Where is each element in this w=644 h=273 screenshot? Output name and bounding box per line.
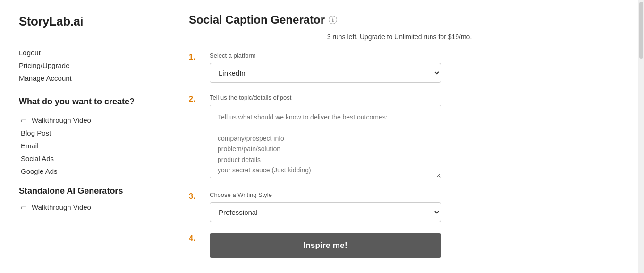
sidebar-item-social-ads[interactable]: Social Ads: [21, 152, 136, 165]
scrollbar-thumb[interactable]: [639, 2, 643, 59]
step-3-number: 3.: [189, 191, 200, 201]
scrollbar-track: [638, 0, 644, 273]
nav-links: Logout Pricing/Upgrade Manage Account: [19, 48, 136, 83]
step-2-field: Tell us the topic/details of post: [210, 94, 610, 180]
step-1-section: 1. Select a platform LinkedIn Twitter Fa…: [189, 52, 610, 83]
page-title: Social Caption Generator: [189, 13, 325, 26]
platform-select[interactable]: LinkedIn Twitter Facebook Instagram TikT…: [210, 63, 441, 83]
standalone-heading: Standalone AI Generators: [19, 186, 136, 196]
topic-label: Tell us the topic/details of post: [210, 94, 610, 101]
platform-label: Select a platform: [210, 52, 610, 59]
sidebar-item-standalone-walkthrough[interactable]: ▭ Walkthrough Video: [21, 201, 136, 213]
step-4-number: 4.: [189, 233, 200, 243]
sidebar-item-blog-post[interactable]: Blog Post: [21, 127, 136, 139]
step-3-field: Choose a Writing Style Professional Casu…: [210, 191, 610, 222]
step-4-field: Inspire me!: [210, 233, 610, 258]
writing-style-label: Choose a Writing Style: [210, 191, 610, 198]
info-icon[interactable]: ℹ: [329, 16, 337, 24]
video-icon: ▭: [21, 117, 27, 124]
step-1-number: 1.: [189, 52, 200, 61]
title-row: Social Caption Generator ℹ: [189, 13, 610, 26]
sidebar-item-walkthrough-label: Walkthrough Video: [32, 116, 91, 124]
step-1-field: Select a platform LinkedIn Twitter Faceb…: [210, 52, 610, 83]
sidebar-item-google-ads[interactable]: Google Ads: [21, 165, 136, 178]
topic-textarea[interactable]: [210, 105, 441, 178]
sidebar-item-walkthrough-video[interactable]: ▭ Walkthrough Video: [21, 114, 136, 127]
sidebar-item-logout[interactable]: Logout: [19, 48, 136, 58]
logo: StoryLab.ai: [19, 14, 136, 29]
sidebar-item-manage-account[interactable]: Manage Account: [19, 73, 136, 83]
video-icon-2: ▭: [21, 204, 27, 211]
step-2-number: 2.: [189, 94, 200, 103]
sidebar-item-email[interactable]: Email: [21, 139, 136, 152]
writing-style-select[interactable]: Professional Casual Humorous Inspiration…: [210, 202, 441, 222]
inspire-button[interactable]: Inspire me!: [210, 233, 441, 258]
upgrade-notice: 3 runs left. Upgrade to Unlimited runs f…: [189, 33, 610, 41]
sidebar: StoryLab.ai Logout Pricing/Upgrade Manag…: [0, 0, 151, 273]
sidebar-item-pricing[interactable]: Pricing/Upgrade: [19, 60, 136, 70]
step-2-section: 2. Tell us the topic/details of post: [189, 94, 610, 180]
main-content: Social Caption Generator ℹ 3 runs left. …: [151, 0, 638, 273]
sidebar-item-standalone-label: Walkthrough Video: [32, 203, 91, 211]
what-heading: What do you want to create?: [19, 96, 136, 107]
step-3-section: 3. Choose a Writing Style Professional C…: [189, 191, 610, 222]
step-4-section: 4. Inspire me!: [189, 233, 610, 258]
